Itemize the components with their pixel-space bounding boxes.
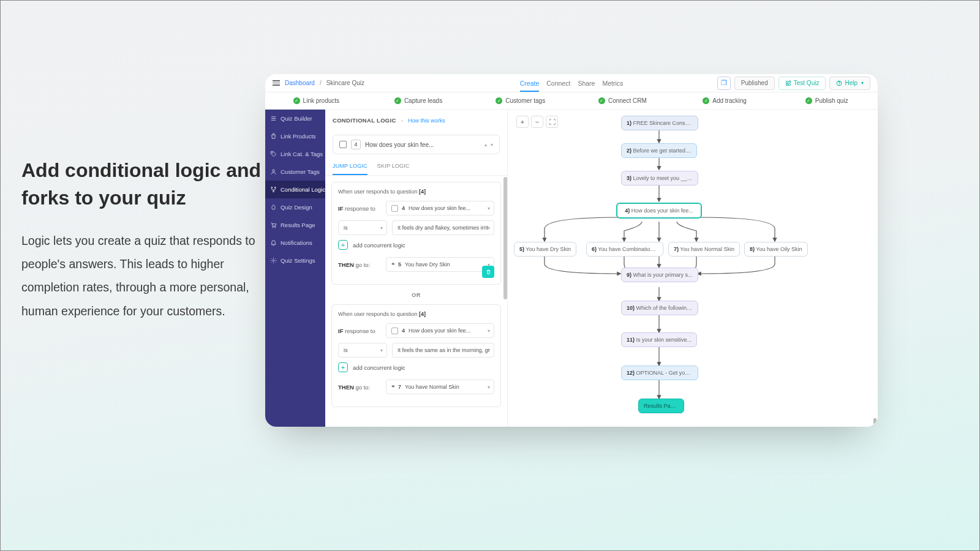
flow-node-6[interactable]: 6) You have Combination-T...	[586, 242, 663, 257]
topbar: Dashboard / Skincare Quiz Create Connect…	[265, 74, 878, 92]
quote-icon: ❝	[391, 261, 394, 268]
sidebar: Quiz Builder Link Products Link Cat. & T…	[265, 110, 325, 427]
step-connect-crm[interactable]: ✓Connect CRM	[571, 97, 674, 104]
question-select[interactable]: 4 How does your skin fee... ▴▾	[333, 135, 500, 154]
gear-icon	[270, 257, 277, 264]
test-quiz-button[interactable]: Test Quiz	[778, 77, 826, 90]
scrollbar-thumb[interactable]	[503, 177, 507, 299]
plus-icon: +	[338, 240, 348, 250]
check-icon: ✓	[394, 97, 401, 104]
drop-icon	[270, 204, 277, 211]
flow-node-1[interactable]: 1) FREE Skincare Consult...	[621, 116, 698, 130]
menu-icon[interactable]	[273, 80, 280, 86]
tab-jump-logic[interactable]: JUMP LOGIC	[333, 163, 368, 175]
sidebar-item-link-cat-tags[interactable]: Link Cat. & Tags	[265, 145, 325, 163]
flow-node-9[interactable]: 9) What is your primary s...	[621, 268, 698, 282]
flow-node-10[interactable]: 10) Which of the following...	[621, 301, 698, 315]
logic-tabs: JUMP LOGIC SKIP LOGIC	[325, 154, 507, 176]
chevron-up-icon[interactable]: ▴	[484, 142, 487, 148]
is-select[interactable]: is	[338, 220, 387, 235]
add-concurrent-button[interactable]: + add concurrent logic	[338, 362, 494, 372]
flow-node-12[interactable]: 12) OPTIONAL - Get your re...	[621, 365, 698, 380]
step-capture-leads[interactable]: ✓Capture leads	[368, 97, 470, 104]
if-response-select[interactable]: 4 How does your skin fee...	[386, 201, 494, 216]
then-goto-select[interactable]: ❝ 5 You have Dry Skin	[386, 257, 494, 272]
flow-canvas[interactable]: + − ⛶	[508, 110, 878, 427]
app-window: Dashboard / Skincare Quiz Create Connect…	[265, 74, 878, 427]
bell-icon	[270, 239, 277, 246]
sidebar-item-link-products[interactable]: Link Products	[265, 127, 325, 145]
svg-point-2	[272, 152, 273, 153]
how-this-works-link[interactable]: How this works	[408, 118, 445, 124]
chevron-down-icon[interactable]: ▾	[491, 142, 493, 148]
bag-icon	[270, 133, 277, 140]
flow-node-2[interactable]: 2) Before we get started....	[621, 143, 697, 158]
rule-card: When user responds to question [4] IF re…	[331, 304, 501, 407]
nav-connect[interactable]: Connect	[546, 80, 570, 87]
delete-rule-button[interactable]	[482, 266, 494, 278]
check-icon: ✓	[598, 97, 605, 104]
mini-scrollbar[interactable]	[873, 418, 876, 424]
published-button[interactable]: Published	[734, 77, 775, 90]
add-concurrent-button[interactable]: + add concurrent logic	[338, 240, 494, 250]
is-select[interactable]: is	[338, 343, 387, 358]
flow-node-11[interactable]: 11) Is your skin sensitive...	[621, 332, 697, 347]
check-icon: ✓	[293, 97, 300, 104]
svg-point-9	[273, 260, 274, 261]
step-link-products[interactable]: ✓Link products	[265, 97, 368, 104]
cart-icon	[270, 222, 277, 228]
if-response-select[interactable]: 4 How does your skin fee...	[386, 323, 494, 338]
flow-node-results[interactable]: Results Page 1	[638, 399, 684, 413]
logic-panel: CONDITIONAL LOGIC - How this works 4 How…	[325, 110, 508, 427]
breadcrumb-sep: /	[320, 80, 322, 86]
breadcrumb-dashboard[interactable]: Dashboard	[285, 80, 315, 86]
svg-point-3	[273, 170, 275, 172]
fork-icon	[270, 186, 277, 193]
step-add-tracking[interactable]: ✓Add tracking	[674, 97, 776, 104]
sidebar-item-quiz-design[interactable]: Quiz Design	[265, 198, 325, 216]
or-divider: OR	[331, 292, 501, 298]
nav-create[interactable]: Create	[520, 80, 540, 87]
flow-node-8[interactable]: 8) You have Oily Skin	[744, 242, 808, 257]
flow-node-7[interactable]: 7) You have Normal Skin	[668, 242, 740, 257]
hero-heading: Add conditional logic and forks to your …	[21, 157, 266, 212]
tab-skip-logic[interactable]: SKIP LOGIC	[377, 163, 410, 175]
sidebar-item-conditional-logic[interactable]: Conditional Logic	[265, 181, 325, 198]
step-customer-tags[interactable]: ✓Customer tags	[469, 97, 571, 104]
value-select[interactable]: It feels the same as in the morning, gr	[392, 343, 494, 358]
check-icon: ✓	[703, 97, 709, 104]
svg-point-8	[275, 227, 276, 227]
breadcrumb-current: Skincare Quiz	[326, 80, 364, 86]
help-button[interactable]: Help	[829, 77, 870, 90]
duplicate-icon[interactable]: ❐	[717, 77, 731, 90]
question-type-icon	[391, 328, 398, 334]
tag-icon	[270, 151, 277, 157]
sidebar-item-quiz-settings[interactable]: Quiz Settings	[265, 252, 325, 269]
svg-point-5	[274, 187, 276, 188]
flow-node-3[interactable]: 3) Lovely to meet you ___...	[621, 171, 698, 186]
sidebar-item-customer-tags[interactable]: Customer Tags	[265, 163, 325, 181]
sidebar-item-notifications[interactable]: Notifications	[265, 234, 325, 252]
steps-bar: ✓Link products ✓Capture leads ✓Customer …	[265, 92, 878, 110]
question-type-icon	[339, 141, 347, 148]
flow-node-5[interactable]: 5) You have Dry Skin	[514, 242, 576, 257]
question-type-icon	[391, 205, 398, 212]
question-select-text: How does your skin fee...	[365, 141, 434, 148]
value-select[interactable]: It feels dry and flakey, sometimes irrit	[392, 220, 494, 235]
check-icon: ✓	[805, 97, 812, 104]
then-goto-select[interactable]: ❝ 7 You have Normal Skin	[386, 380, 494, 394]
sidebar-item-results-page[interactable]: Results Page	[265, 216, 325, 234]
user-icon	[270, 168, 277, 175]
flow-node-4[interactable]: 4) How does your skin fee...	[616, 203, 702, 219]
sidebar-item-quiz-builder[interactable]: Quiz Builder	[265, 110, 325, 127]
plus-icon: +	[338, 362, 348, 372]
step-publish-quiz[interactable]: ✓Publish quiz	[775, 97, 878, 104]
question-number-badge: 4	[351, 140, 361, 149]
check-icon: ✓	[496, 97, 502, 104]
nav-share[interactable]: Share	[578, 80, 595, 87]
quote-icon: ❝	[391, 384, 394, 391]
svg-point-7	[273, 227, 273, 227]
hero-body: Logic lets you create a quiz that respon…	[21, 229, 266, 323]
nav-metrics[interactable]: Metrics	[602, 80, 623, 87]
svg-point-6	[273, 191, 274, 192]
